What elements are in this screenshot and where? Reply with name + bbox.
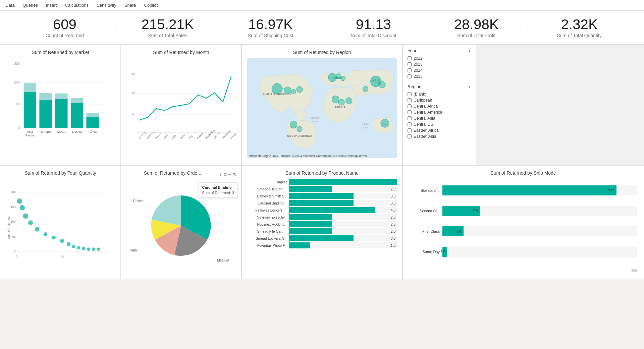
- svg-text:Ocean: Ocean: [362, 126, 370, 129]
- menu-insert[interactable]: Insert: [46, 3, 57, 8]
- year-filter-2012[interactable]: 2012: [408, 56, 471, 61]
- svg-text:0: 0: [18, 126, 20, 129]
- product-bar-fill-2: [289, 193, 354, 199]
- menu-sensitivity[interactable]: Sensitivity: [97, 3, 116, 8]
- product-bar-bg-1: 2.0: [289, 186, 397, 192]
- region-checkbox-central-us[interactable]: [408, 122, 412, 126]
- product-bar-fill-8: [289, 235, 354, 241]
- product-bar-list: Staples 5.0 Smead File Cart, ... 2.0 Bin…: [245, 179, 399, 248]
- region-checkbox-central-africa[interactable]: [408, 104, 412, 108]
- svg-point-98: [35, 227, 40, 232]
- kpi-label-2: Sum of Shipping Cost: [219, 33, 322, 38]
- region-central-asia[interactable]: Central Asia: [408, 116, 471, 121]
- product-bar-fill-6: [289, 221, 332, 227]
- product-bar-bg-0: 5.0: [289, 179, 397, 185]
- svg-point-96: [52, 236, 56, 240]
- pie-chart-title: Sum of Returned by Orde...: [126, 170, 219, 176]
- pie-filter-icon[interactable]: ▼: [219, 172, 222, 177]
- scatter-chart-title: Sum of Returned by Total Quantity: [6, 170, 115, 176]
- year-checkbox-2012[interactable]: [408, 56, 412, 60]
- svg-point-63: [328, 73, 337, 82]
- year-filter-2015[interactable]: 2015: [408, 74, 471, 79]
- svg-text:200: 200: [11, 190, 16, 193]
- svg-point-66: [332, 96, 339, 103]
- market-bar-svg: 300 200 100 0 170 Asia Pacific 132 Europ…: [6, 58, 115, 152]
- svg-text:April: April: [163, 134, 168, 139]
- year-checkbox-2015[interactable]: [408, 74, 412, 78]
- menu-data[interactable]: Data: [5, 3, 14, 8]
- region-checkbox-caribbean[interactable]: [408, 98, 412, 102]
- svg-point-97: [44, 232, 48, 236]
- product-name-3: Cardinal Binding ...: [247, 201, 287, 205]
- menu-share[interactable]: Share: [124, 3, 136, 8]
- year-checkbox-2014[interactable]: [408, 68, 412, 72]
- svg-point-61: [291, 90, 296, 94]
- region-eastern-africa[interactable]: Eastern Africa: [408, 128, 471, 133]
- region-central-us[interactable]: Central US: [408, 122, 471, 127]
- region-filter-title[interactable]: Region ▼: [408, 84, 471, 89]
- svg-point-72: [290, 121, 297, 128]
- product-bar-bg-4: 4.0: [289, 207, 397, 213]
- product-bar-row: Advantus Photo F... 1.0: [247, 242, 397, 248]
- menu-copilot[interactable]: Copilot: [144, 3, 158, 8]
- kpi-value-4: 28.98K: [425, 17, 528, 32]
- svg-point-89: [92, 247, 95, 251]
- product-bar-bg-7: 2.0: [289, 228, 397, 234]
- product-bar-fill-1: [289, 186, 332, 192]
- pie-svg: [144, 189, 218, 263]
- region-central-america[interactable]: Central America: [408, 110, 471, 115]
- region-caribbean[interactable]: Caribbean: [408, 98, 471, 103]
- svg-text:October: October: [213, 131, 222, 140]
- region-checkbox-central-asia[interactable]: [408, 116, 412, 120]
- region-checkbox-blank[interactable]: [408, 92, 412, 96]
- region-eastern-asia[interactable]: Eastern Asia: [408, 134, 471, 139]
- svg-text:40: 40: [132, 112, 136, 116]
- pie-more-icon[interactable]: ···: [228, 172, 231, 177]
- region-checkbox-eastern-asia[interactable]: [408, 134, 412, 138]
- svg-point-99: [28, 220, 33, 225]
- product-bar-fill-7: [289, 228, 332, 234]
- svg-point-67: [338, 99, 344, 105]
- market-chart-title: Sum of Returned by Market: [6, 50, 115, 55]
- map-attribution: Microsoft Bing © 2024 TomTom, © 2024 Mic…: [249, 154, 367, 158]
- ship-bar-row: Standard ... 447: [410, 185, 637, 195]
- region-blank[interactable]: (Blank): [408, 92, 471, 97]
- svg-point-93: [72, 245, 75, 248]
- svg-point-59: [272, 83, 282, 94]
- scatter-svg: Sum of Returned 200 150 100 50 0 0 10: [6, 179, 115, 276]
- product-bar-fill-5: [289, 214, 332, 220]
- menu-calculations[interactable]: Calculations: [65, 3, 89, 8]
- year-checkbox-2013[interactable]: [408, 62, 412, 66]
- ship-bar-val-0: 447: [607, 188, 614, 193]
- ship-name-3: Same Day: [410, 250, 440, 254]
- svg-text:AFRICA: AFRICA: [334, 106, 346, 109]
- year-filter-2014[interactable]: 2014: [408, 68, 471, 73]
- map-panel: Sum of Returned by Region: [241, 45, 402, 165]
- region-central-africa[interactable]: Central Africa: [408, 104, 471, 109]
- region-checkbox-eastern-africa[interactable]: [408, 128, 412, 132]
- kpi-value-3: 91.13: [322, 17, 425, 32]
- product-bar-row: Novimex Rocking... 2.0: [247, 221, 397, 227]
- menu-queries[interactable]: Queries: [22, 3, 38, 8]
- svg-point-70: [378, 81, 385, 88]
- svg-point-102: [17, 198, 22, 204]
- svg-text:June: June: [179, 133, 185, 139]
- product-name-1: Smead File Cart, ...: [247, 187, 287, 191]
- svg-text:January: January: [138, 131, 146, 140]
- product-bar-bg-3: 3.0: [289, 200, 397, 206]
- pie-tooltip-row: Sum of Returned: 3: [202, 191, 234, 195]
- pie-expand-icon[interactable]: ⊡: [224, 172, 227, 177]
- year-filter-title[interactable]: Year ▼: [408, 48, 471, 53]
- ship-bar-fill-1: 96: [442, 206, 480, 216]
- kpi-total-sales: 215.21K Sum of Total Sales: [116, 17, 219, 38]
- ship-bar-val-3: 12: [441, 249, 445, 254]
- product-bar-fill-4: [289, 207, 375, 213]
- kpi-total-profit: 28.98K Sum of Total Profit: [425, 17, 528, 38]
- region-checkbox-central-america[interactable]: [408, 110, 412, 114]
- product-bar-row: Novimex Executiv... 2.0: [247, 214, 397, 220]
- shipmode-x-max: 500: [410, 268, 637, 273]
- year-filter-2013[interactable]: 2013: [408, 62, 471, 67]
- month-line-svg: 80 60 40 January February March April Ma…: [126, 58, 236, 156]
- pie-focus-icon[interactable]: ⊞: [232, 172, 236, 177]
- pie-tooltip-title: Cardinal Binding: [202, 185, 234, 189]
